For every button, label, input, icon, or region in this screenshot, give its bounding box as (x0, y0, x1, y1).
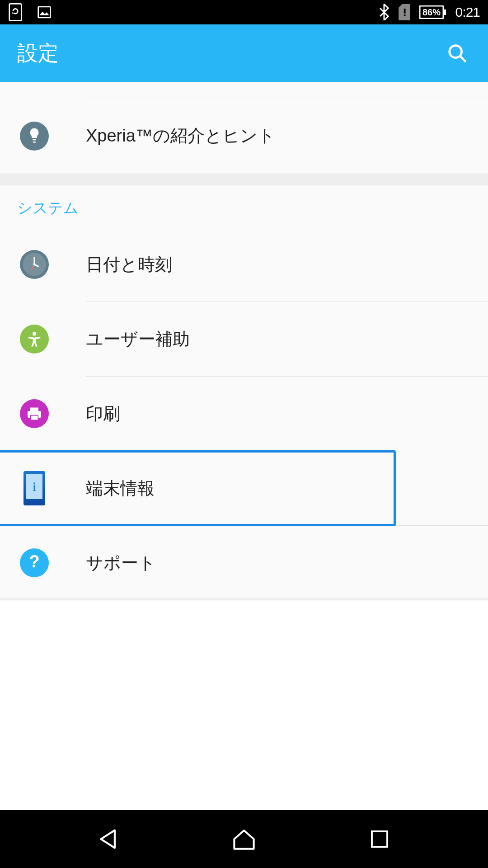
setting-item-printing[interactable]: 印刷 (0, 377, 488, 451)
recents-button[interactable] (361, 821, 398, 857)
svg-point-16 (33, 264, 36, 266)
setting-label: 端末情報 (86, 477, 155, 500)
accessibility-icon (20, 325, 49, 354)
back-icon (97, 828, 120, 850)
app-bar: 設定 (0, 24, 488, 82)
svg-point-17 (33, 332, 36, 335)
svg-rect-20 (372, 831, 387, 847)
back-button[interactable] (90, 821, 127, 857)
bluetooth-icon (379, 4, 389, 20)
home-button[interactable] (226, 821, 262, 857)
svg-rect-3 (404, 14, 405, 16)
setting-label: サポート (86, 552, 156, 575)
svg-rect-5 (444, 9, 446, 15)
svg-text:86%: 86% (422, 7, 441, 17)
section-header-system: システム (0, 185, 488, 227)
lightbulb-icon (20, 122, 49, 151)
printer-icon (20, 399, 49, 428)
sd-card-alert-icon (399, 4, 410, 20)
selection-highlight (0, 450, 396, 526)
navigation-bar (0, 810, 488, 868)
svg-line-8 (460, 56, 465, 61)
svg-rect-1 (38, 7, 51, 18)
status-bar: 86% 0:21 (0, 0, 488, 24)
clock-icon (20, 250, 49, 279)
setting-item-date-time[interactable]: 日付と時刻 (0, 227, 488, 302)
battery-indicator: 86% (419, 5, 446, 19)
blank-area (0, 601, 488, 810)
refresh-app-icon (8, 3, 23, 21)
svg-rect-0 (9, 4, 22, 20)
setting-item-support[interactable]: ? サポート (0, 526, 488, 600)
image-icon (37, 5, 52, 19)
setting-label: 日付と時刻 (86, 253, 172, 276)
page-title: 設定 (17, 39, 59, 67)
svg-rect-10 (33, 142, 35, 143)
help-icon: ? (20, 548, 49, 577)
setting-label: ユーザー補助 (86, 328, 190, 351)
setting-item-accessibility[interactable]: ユーザー補助 (0, 302, 488, 376)
setting-item-about-phone[interactable]: 端末情報 (0, 451, 488, 525)
status-time: 0:21 (455, 5, 480, 20)
svg-rect-2 (404, 9, 405, 13)
svg-rect-9 (33, 139, 36, 140)
search-button[interactable] (444, 40, 471, 67)
square-icon (370, 830, 389, 849)
setting-label: Xperia™の紹介とヒント (86, 124, 275, 147)
svg-text:?: ? (29, 552, 39, 571)
setting-item-xperia-tips[interactable]: Xperia™の紹介とヒント (0, 98, 488, 174)
phone-info-icon (23, 471, 45, 505)
search-icon (447, 43, 468, 64)
home-icon (232, 828, 256, 850)
setting-label: 印刷 (86, 402, 120, 425)
section-gap (0, 174, 488, 185)
settings-list: Xperia™の紹介とヒント システム 日付と時刻 ユーザー補助 印刷 端末情報 (0, 82, 488, 601)
